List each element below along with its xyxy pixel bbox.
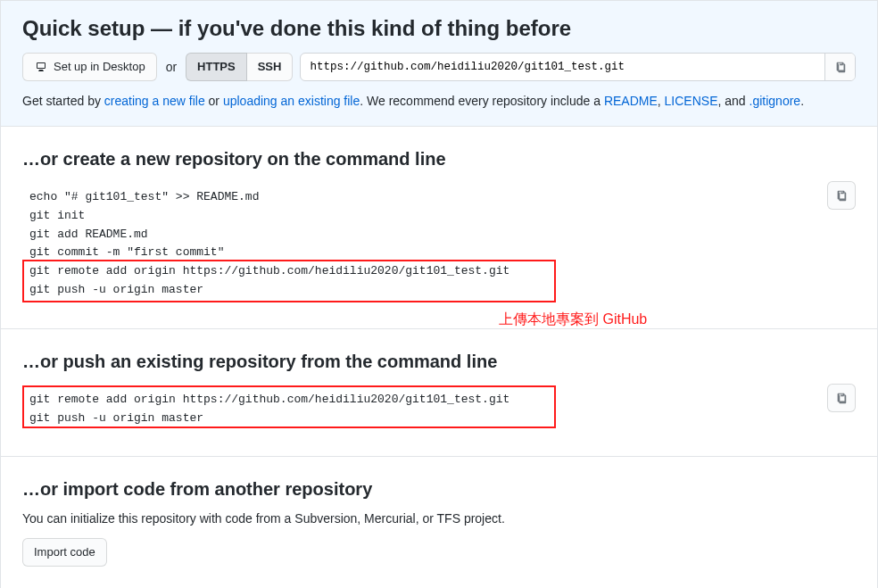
highlight-annotation-2	[22, 385, 556, 428]
gitignore-link[interactable]: .gitignore	[750, 94, 801, 108]
create-repo-code-block: echo "# git101_test" >> README.md git in…	[22, 181, 856, 307]
clone-url-field	[300, 53, 856, 81]
push-repo-code-block: git remote add origin https://github.com…	[22, 384, 856, 435]
get-started-text: Get started by creating a new file or up…	[22, 94, 856, 108]
or-text: or	[157, 60, 186, 74]
quick-setup-panel: Quick setup — if you've done this kind o…	[1, 1, 877, 127]
desktop-icon	[34, 60, 48, 74]
push-repo-section: …or push an existing repository from the…	[1, 329, 877, 458]
https-toggle[interactable]: HTTPS	[186, 53, 247, 81]
clone-url-input[interactable]	[301, 56, 824, 78]
import-code-button[interactable]: Import code	[22, 538, 107, 567]
setup-in-desktop-button[interactable]: Set up in Desktop	[22, 53, 157, 81]
copy-create-repo-button[interactable]	[827, 181, 856, 210]
clipboard-icon	[835, 189, 848, 202]
quick-setup-title: Quick setup — if you've done this kind o…	[22, 15, 856, 42]
import-btn-label: Import code	[34, 543, 95, 561]
import-repo-desc: You can initialize this repository with …	[22, 511, 856, 526]
setup-row: Set up in Desktop or HTTPS SSH	[22, 53, 856, 81]
copy-push-repo-button[interactable]	[827, 384, 856, 412]
highlight-annotation-1	[22, 260, 556, 302]
upload-file-link[interactable]: uploading an existing file	[223, 94, 360, 108]
license-link[interactable]: LICENSE	[665, 94, 718, 108]
create-repo-title: …or create a new repository on the comma…	[22, 148, 856, 170]
clipboard-icon	[834, 61, 847, 73]
ssh-toggle[interactable]: SSH	[247, 53, 294, 81]
desktop-btn-label: Set up in Desktop	[54, 58, 145, 76]
readme-link[interactable]: README	[604, 94, 658, 108]
import-repo-section: …or import code from another repository …	[1, 457, 877, 588]
push-repo-title: …or push an existing repository from the…	[22, 351, 856, 373]
create-repo-section: …or create a new repository on the comma…	[1, 127, 877, 329]
create-new-file-link[interactable]: creating a new file	[104, 94, 205, 108]
clipboard-icon	[835, 392, 848, 404]
annotation-text: 上傳本地專案到 GitHub	[499, 311, 647, 329]
import-repo-title: …or import code from another repository	[22, 478, 856, 501]
copy-url-button[interactable]	[824, 54, 855, 80]
protocol-toggle: HTTPS SSH	[186, 53, 293, 81]
